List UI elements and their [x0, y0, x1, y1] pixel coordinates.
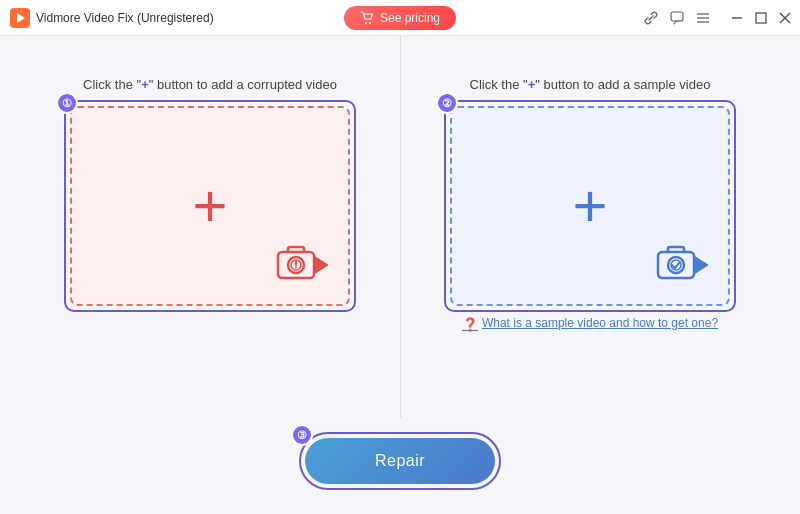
svg-point-3 — [369, 22, 371, 24]
right-plus-text: + — [528, 77, 536, 92]
repair-wrapper: ③ Repair — [305, 438, 495, 484]
win-controls — [730, 11, 792, 25]
see-pricing-button[interactable]: See pricing — [344, 6, 456, 30]
left-dropzone-wrapper: ① + — [70, 106, 350, 306]
right-panel: Click the "+" button to add a sample vid… — [420, 76, 760, 332]
minimize-button[interactable] — [730, 11, 744, 25]
help-circle-icon: ❓ — [462, 317, 478, 332]
left-panel-instruction: Click the "+" button to add a corrupted … — [83, 76, 337, 94]
bottom-bar: ③ Repair — [0, 418, 800, 514]
right-dropzone[interactable]: + — [450, 106, 730, 306]
app-logo-icon — [10, 8, 30, 28]
svg-rect-9 — [756, 13, 766, 23]
close-button[interactable] — [778, 11, 792, 25]
right-panel-instruction: Click the "+" button to add a sample vid… — [470, 76, 711, 94]
repair-badge: ③ — [291, 424, 313, 446]
repair-button[interactable]: Repair — [305, 438, 495, 484]
svg-point-17 — [295, 267, 297, 269]
svg-rect-4 — [671, 12, 683, 21]
right-camera-icon — [656, 244, 708, 284]
left-plus-icon: + — [192, 176, 227, 236]
left-dropzone[interactable]: + — [70, 106, 350, 306]
titlebar-left: Vidmore Video Fix (Unregistered) — [10, 8, 214, 28]
main-content: Click the "+" button to add a corrupted … — [0, 36, 800, 418]
svg-marker-14 — [314, 256, 328, 274]
app-title: Vidmore Video Fix (Unregistered) — [36, 11, 214, 25]
chat-icon[interactable] — [670, 11, 684, 25]
vertical-divider — [400, 36, 401, 418]
right-dropzone-wrapper: ② + — [450, 106, 730, 306]
help-link-text: What is a sample video and how to get on… — [482, 316, 718, 330]
cart-icon — [360, 11, 374, 25]
left-camera-icon — [276, 244, 328, 284]
maximize-button[interactable] — [754, 11, 768, 25]
svg-marker-20 — [694, 256, 708, 274]
titlebar-center: See pricing — [344, 6, 456, 30]
menu-icon[interactable] — [696, 11, 710, 25]
left-plus-text: + — [141, 77, 149, 92]
titlebar: Vidmore Video Fix (Unregistered) See pri… — [0, 0, 800, 36]
link-icon[interactable] — [644, 11, 658, 25]
svg-point-2 — [365, 22, 367, 24]
help-link[interactable]: ❓ What is a sample video and how to get … — [462, 316, 718, 332]
left-panel: Click the "+" button to add a corrupted … — [40, 76, 380, 306]
titlebar-right — [644, 11, 792, 25]
right-plus-icon: + — [572, 176, 607, 236]
